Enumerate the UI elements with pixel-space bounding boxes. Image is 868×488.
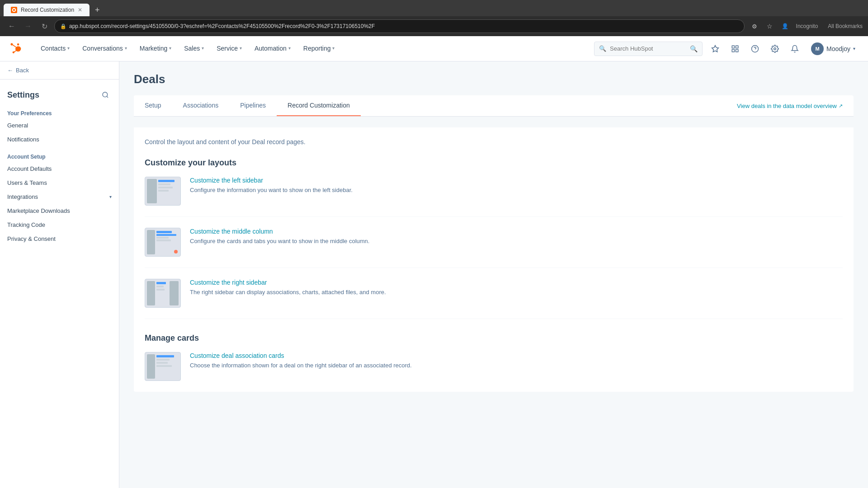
help-btn[interactable] — [748, 42, 762, 56]
svg-line-9 — [107, 96, 108, 98]
sidebar-section-preferences: Your Preferences General Notifications — [0, 107, 119, 146]
notifications-btn[interactable] — [788, 42, 802, 56]
svg-rect-2 — [736, 46, 738, 48]
sidebar-item-marketplace[interactable]: Marketplace Downloads — [0, 204, 119, 218]
contacts-chevron: ▾ — [67, 46, 70, 51]
automation-chevron: ▾ — [288, 46, 291, 51]
sidebar-item-general[interactable]: General — [0, 118, 119, 132]
nav-reporting[interactable]: Reporting ▾ — [297, 36, 341, 61]
right-sidebar-desc: The right sidebar can display associatio… — [190, 288, 843, 297]
search-bar[interactable]: 🔍 🔍 — [594, 42, 703, 56]
app-container: Contacts ▾ Conversations ▾ Marketing ▾ S… — [0, 36, 868, 488]
tab-close-btn[interactable]: ✕ — [78, 7, 82, 13]
svg-rect-1 — [732, 46, 734, 48]
layout-card-middle-column: Customize the middle column Configure th… — [145, 228, 843, 268]
sidebar-item-notifications[interactable]: Notifications — [0, 132, 119, 146]
hubspot-logo[interactable] — [9, 42, 24, 56]
nav-automation[interactable]: Automation ▾ — [248, 36, 297, 61]
layout-info-left-sidebar: Customize the left sidebar Configure the… — [190, 177, 843, 195]
nav-service[interactable]: Service ▾ — [210, 36, 248, 61]
sidebar-item-account-defaults[interactable]: Account Defaults — [0, 162, 119, 176]
deal-association-desc: Choose the information shown for a deal … — [190, 361, 843, 370]
layout-info-deal-association: Customize deal association cards Choose … — [190, 352, 843, 370]
reload-btn[interactable]: ↻ — [38, 20, 51, 33]
svg-rect-4 — [736, 49, 738, 52]
manage-cards-section: Manage cards — [145, 333, 843, 381]
customize-deal-association-link[interactable]: Customize deal association cards — [190, 352, 843, 359]
nav-items: Contacts ▾ Conversations ▾ Marketing ▾ S… — [34, 36, 594, 61]
tab-setup[interactable]: Setup — [134, 95, 172, 116]
svg-point-8 — [103, 92, 108, 97]
top-nav: Contacts ▾ Conversations ▾ Marketing ▾ S… — [0, 36, 868, 61]
sidebar-item-tracking-code[interactable]: Tracking Code — [0, 218, 119, 232]
tab-title: Record Customization — [21, 7, 74, 13]
deal-association-thumbnail — [145, 352, 181, 381]
customize-left-sidebar-link[interactable]: Customize the left sidebar — [190, 177, 843, 184]
active-tab[interactable]: Record Customization ✕ — [4, 4, 90, 16]
search-submit-btn[interactable]: 🔍 — [690, 45, 698, 52]
nav-right: 🔍 🔍 M Moodjoy ▾ — [594, 40, 859, 58]
address-bar[interactable]: 🔒 app.hubspot.com/record-settings/451055… — [54, 19, 745, 33]
settings-btn[interactable] — [768, 42, 782, 56]
customize-middle-column-link[interactable]: Customize the middle column — [190, 228, 843, 235]
tab-record-customization[interactable]: Record Customization — [277, 95, 361, 116]
tab-pipelines[interactable]: Pipelines — [229, 95, 277, 116]
user-name-label: Moodjoy — [826, 45, 850, 52]
marketplace-icon-btn[interactable] — [728, 42, 742, 56]
nav-contacts[interactable]: Contacts ▾ — [34, 36, 76, 61]
middle-column-desc: Configure the cards and tabs you want to… — [190, 237, 843, 246]
bookmark-btn[interactable]: ☆ — [764, 20, 776, 33]
layout-info-right-sidebar: Customize the right sidebar The right si… — [190, 279, 843, 297]
layout-info-middle-column: Customize the middle column Configure th… — [190, 228, 843, 246]
tabs-bar: Setup Associations Pipelines Record Cust… — [134, 95, 854, 117]
customize-layouts-title: Customize your layouts — [145, 158, 843, 168]
sidebar-item-users-teams[interactable]: Users & Teams — [0, 176, 119, 190]
back-button[interactable]: ← Back — [0, 61, 119, 80]
nav-sales[interactable]: Sales ▾ — [178, 36, 210, 61]
main-layout: ← Back Settings Your Preferences General… — [0, 61, 868, 488]
sidebar-section-account: Account Setup Account Defaults Users & T… — [0, 150, 119, 246]
svg-point-7 — [774, 47, 776, 50]
section-title-preferences: Your Preferences — [0, 107, 119, 118]
profile-btn[interactable]: 👤 — [779, 20, 792, 33]
nav-marketing[interactable]: Marketing ▾ — [133, 36, 178, 61]
new-tab-btn[interactable]: + — [91, 4, 104, 16]
layout-card-deal-association: Customize deal association cards Choose … — [145, 352, 843, 381]
toolbar-right: ⚙ ☆ 👤 Incognito All Bookmarks — [748, 20, 863, 33]
integrations-arrow-icon: ▾ — [109, 194, 112, 199]
section-title-account: Account Setup — [0, 150, 119, 162]
search-icon: 🔍 — [599, 45, 606, 52]
extensions-btn[interactable]: ⚙ — [748, 20, 761, 33]
svg-rect-3 — [732, 49, 734, 52]
bookmarks-label: All Bookmarks — [828, 23, 863, 29]
user-menu-chevron: ▾ — [853, 46, 855, 51]
layout-card-right-sidebar: Customize the right sidebar The right si… — [145, 279, 843, 319]
tab-associations[interactable]: Associations — [172, 95, 230, 116]
page-title: Deals — [134, 72, 854, 86]
left-sidebar-thumbnail — [145, 177, 181, 206]
view-data-model-link[interactable]: View deals in the data model overview ↗ — [726, 95, 854, 116]
browser-tabs: Record Customization ✕ + — [0, 0, 868, 16]
tab-favicon — [11, 7, 17, 13]
user-avatar: M — [811, 42, 824, 55]
nav-conversations[interactable]: Conversations ▾ — [76, 36, 133, 61]
middle-column-thumbnail — [145, 228, 181, 257]
sidebar-item-privacy-consent[interactable]: Privacy & Consent — [0, 232, 119, 246]
svg-marker-0 — [712, 45, 719, 52]
main-content: Deals Setup Associations Pipelines Recor… — [119, 61, 868, 488]
sidebar-item-integrations[interactable]: Integrations ▾ — [0, 190, 119, 204]
forward-nav-btn[interactable]: → — [22, 20, 34, 33]
conversations-chevron: ▾ — [125, 46, 127, 51]
url-text: app.hubspot.com/record-settings/45105500… — [69, 23, 739, 29]
search-input[interactable] — [610, 45, 686, 52]
settings-sidebar: ← Back Settings Your Preferences General… — [0, 61, 119, 488]
customize-right-sidebar-link[interactable]: Customize the right sidebar — [190, 279, 843, 286]
page-description: Control the layout and content of your D… — [145, 138, 843, 145]
back-arrow-icon: ← — [7, 67, 13, 74]
incognito-label: Incognito — [796, 23, 818, 29]
sidebar-title: Settings — [7, 90, 39, 100]
sidebar-search-btn[interactable] — [99, 89, 112, 101]
upgrade-btn[interactable] — [708, 42, 722, 56]
user-menu[interactable]: M Moodjoy ▾ — [807, 40, 859, 58]
back-nav-btn[interactable]: ← — [5, 20, 18, 33]
